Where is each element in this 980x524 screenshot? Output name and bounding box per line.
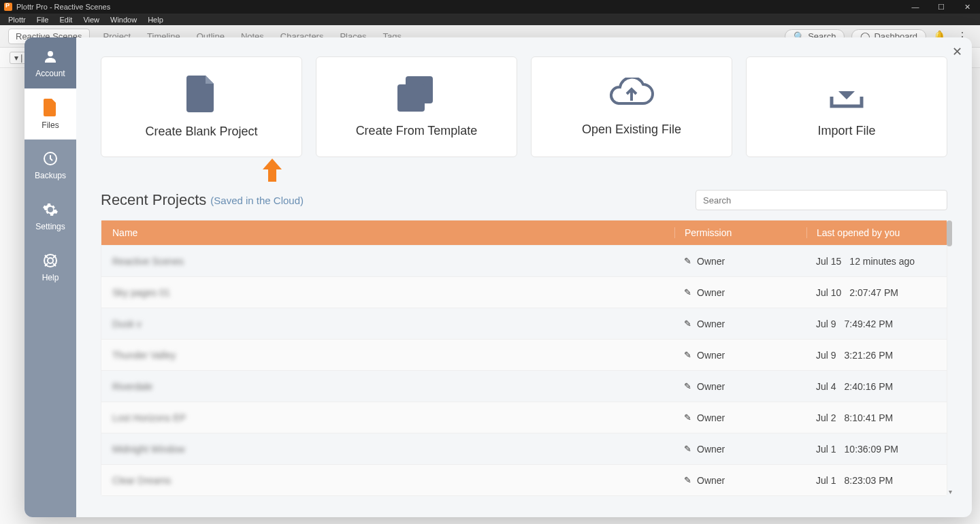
menu-help[interactable]: Help [142, 16, 169, 24]
blank-file-icon [186, 76, 216, 112]
cell-date: Jul 102:07:47 PM [806, 287, 947, 298]
files-icon [43, 99, 58, 116]
sidebar-label-account: Account [35, 69, 65, 78]
cell-date: Jul 18:23:03 PM [806, 475, 947, 486]
card-create-blank[interactable]: Create Blank Project [101, 56, 302, 157]
window-maximize[interactable]: ☐ [928, 0, 954, 14]
menubar: Plottr File Edit View Window Help [0, 14, 980, 25]
quill-icon: ✎ [684, 475, 691, 485]
cell-name: Sky pages 01 [101, 287, 674, 298]
quill-icon: ✎ [684, 412, 691, 423]
cell-permission: ✎Owner [674, 287, 806, 298]
help-icon [42, 252, 59, 269]
cloud-upload-icon [608, 78, 655, 110]
col-permission[interactable]: Permission [674, 227, 806, 238]
recent-table: Name Permission Last opened by you React… [101, 220, 947, 496]
close-icon[interactable]: ✕ [952, 44, 962, 59]
cell-date: Jul 42:40:16 PM [806, 381, 947, 392]
table-row[interactable]: Lost Horizons EP✎OwnerJul 28:10:41 PM [101, 402, 947, 433]
table-row[interactable]: Clear Dreams✎OwnerJul 18:23:03 PM [101, 464, 947, 495]
cell-name: Midnight Window [101, 444, 674, 455]
table-row[interactable]: Thunder Valley✎OwnerJul 93:21:26 PM [101, 339, 947, 370]
table-row[interactable]: Riverdale✎OwnerJul 42:40:16 PM [101, 370, 947, 402]
cell-permission: ✎Owner [674, 256, 806, 267]
svg-point-0 [48, 51, 53, 56]
cell-permission: ✎Owner [674, 444, 806, 455]
card-create-template[interactable]: Create From Template [316, 56, 517, 157]
quill-icon: ✎ [684, 256, 691, 266]
svg-rect-5 [397, 84, 425, 112]
modal-content: ✕ Create Blank Project Create From Templ… [76, 37, 972, 517]
cell-date: Jul 110:36:09 PM [806, 444, 947, 455]
template-icon [397, 76, 436, 112]
import-icon [828, 76, 866, 112]
card-open-existing[interactable]: Open Existing File [531, 56, 732, 157]
scrollbar-down-icon[interactable]: ▾ [949, 488, 952, 495]
cell-permission: ✎Owner [674, 381, 806, 392]
menu-edit[interactable]: Edit [54, 16, 78, 24]
recent-title: Recent Projects [101, 191, 206, 209]
cell-date: Jul 93:21:26 PM [806, 350, 947, 361]
account-icon [42, 48, 59, 65]
quill-icon: ✎ [684, 287, 691, 297]
table-row[interactable]: Midnight Window✎OwnerJul 110:36:09 PM [101, 433, 947, 464]
sidebar-item-help[interactable]: Help [24, 242, 76, 293]
recent-search-input[interactable] [696, 190, 947, 210]
cell-permission: ✎Owner [674, 412, 806, 423]
cell-permission: ✎Owner [674, 318, 806, 329]
cell-name: Thunder Valley [101, 350, 674, 361]
window-close[interactable]: ✕ [954, 0, 980, 14]
cell-date: Jul 28:10:41 PM [806, 412, 947, 423]
table-row[interactable]: Reactive Scenes✎OwnerJul 1512 minutes ag… [101, 245, 947, 276]
sidebar-item-account[interactable]: Account [24, 37, 76, 88]
quill-icon: ✎ [684, 350, 691, 360]
menu-view[interactable]: View [78, 16, 105, 24]
modal-sidebar: Account Files Backups Settings [24, 37, 76, 517]
sidebar-label-help: Help [42, 273, 59, 282]
menu-window[interactable]: Window [105, 16, 142, 24]
sidebar-label-settings: Settings [35, 222, 65, 231]
canvas: Account Files Backups Settings [0, 68, 980, 524]
quill-icon: ✎ [684, 381, 691, 391]
card-label: Import File [817, 124, 875, 138]
cell-name: Riverdale [101, 381, 674, 392]
sidebar-label-files: Files [42, 120, 59, 130]
action-cards: Create Blank Project Create From Templat… [101, 56, 947, 157]
table-row[interactable]: Sky pages 01✎OwnerJul 102:07:47 PM [101, 276, 947, 308]
pointer-arrow-icon [263, 159, 282, 182]
titlebar: Plottr Pro - Reactive Scenes ― ☐ ✕ [0, 0, 980, 14]
table-header: Name Permission Last opened by you [101, 220, 947, 245]
backups-icon [42, 150, 59, 167]
cell-name: Clear Dreams [101, 475, 674, 486]
sidebar-item-backups[interactable]: Backups [24, 140, 76, 191]
menu-plottr[interactable]: Plottr [3, 16, 31, 24]
cell-name: Lost Horizons EP [101, 412, 674, 423]
cell-name: Dusk v [101, 318, 674, 329]
card-label: Open Existing File [582, 122, 681, 137]
quill-icon: ✎ [684, 444, 691, 454]
window-minimize[interactable]: ― [902, 0, 928, 14]
menu-file[interactable]: File [31, 16, 54, 24]
svg-point-3 [48, 258, 53, 263]
sidebar-item-settings[interactable]: Settings [24, 191, 76, 242]
recent-subtitle: (Saved in the Cloud) [210, 195, 304, 206]
cell-date: Jul 97:49:42 PM [806, 318, 947, 329]
cell-permission: ✎Owner [674, 350, 806, 361]
col-name[interactable]: Name [101, 227, 674, 238]
card-label: Create From Template [356, 124, 478, 138]
sidebar-item-files[interactable]: Files [24, 88, 76, 140]
recent-header: Recent Projects (Saved in the Cloud) [101, 190, 947, 210]
quill-icon: ✎ [684, 318, 691, 329]
sidebar-label-backups: Backups [35, 171, 66, 180]
card-label: Create Blank Project [145, 125, 257, 139]
card-import-file[interactable]: Import File [746, 56, 947, 157]
table-row[interactable]: Dusk v✎OwnerJul 97:49:42 PM [101, 308, 947, 339]
cell-name: Reactive Scenes [101, 256, 674, 267]
window-title: Plottr Pro - Reactive Scenes [16, 3, 110, 11]
cell-permission: ✎Owner [674, 475, 806, 486]
app-icon [4, 3, 12, 11]
scrollbar-thumb[interactable] [947, 220, 952, 246]
cell-date: Jul 1512 minutes ago [806, 256, 947, 267]
table-body: Reactive Scenes✎OwnerJul 1512 minutes ag… [101, 245, 947, 495]
col-opened[interactable]: Last opened by you [806, 227, 947, 238]
